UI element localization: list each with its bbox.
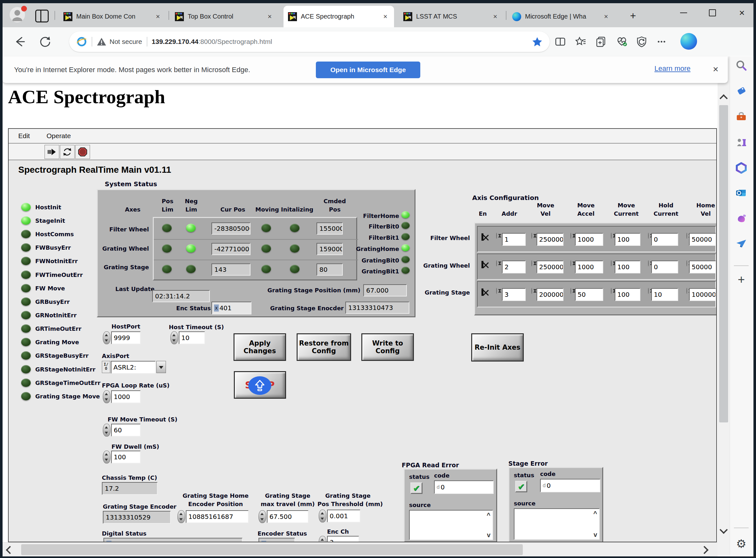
ie-mode-shield-icon[interactable] [636, 35, 648, 48]
tab-top-box-control[interactable]: Top Box Control [170, 6, 278, 27]
spinner[interactable] [496, 233, 497, 239]
tab-close-icon[interactable] [381, 12, 389, 21]
spinner[interactable] [496, 288, 497, 294]
url-text[interactable]: 139.229.170.44:8000/Spectrograph.html [152, 38, 532, 46]
spinner[interactable] [611, 233, 612, 239]
host-timeout-control[interactable]: 10 [170, 331, 205, 344]
scroll-right-icon[interactable] [700, 546, 708, 554]
spinner[interactable] [570, 260, 571, 267]
spinner[interactable] [496, 260, 497, 267]
tab-close-icon[interactable] [266, 12, 274, 21]
tab-ace-spectrograph[interactable]: ACE Spectrograph [284, 6, 394, 27]
spinner[interactable] [686, 288, 687, 294]
customize-sidebar-plus[interactable]: + [735, 273, 748, 286]
scroll-up-icon[interactable]: ^ [487, 512, 490, 517]
fw-dwell-control[interactable]: 100 [103, 451, 141, 463]
tools-icon[interactable] [735, 110, 748, 123]
home-vel-field[interactable]: 50000 [689, 233, 716, 246]
enable-checkbox[interactable] [482, 288, 483, 296]
move-accel-field[interactable]: 50 [575, 288, 603, 301]
addr-field[interactable]: 3 [502, 288, 526, 301]
shopping-icon[interactable] [735, 85, 748, 97]
favorites-icon[interactable] [575, 35, 587, 48]
image-creator-icon[interactable] [735, 212, 748, 225]
spinner[interactable] [570, 288, 571, 294]
spinner[interactable] [686, 233, 687, 239]
tab-microsoft-edge[interactable]: Microsoft Edge | Wha [508, 6, 615, 27]
vertical-scrollbar[interactable] [718, 56, 730, 555]
copilot-icon[interactable] [680, 33, 697, 50]
enable-checkbox[interactable] [482, 261, 483, 268]
more-menu-icon[interactable] [655, 35, 668, 48]
horizontal-scrollbar[interactable] [3, 542, 718, 557]
menu-edit[interactable]: Edit [18, 132, 30, 140]
restore-from-config-button[interactable]: Restore from Config [297, 333, 351, 361]
move-accel-field[interactable]: 1000 [575, 233, 603, 246]
spinner[interactable] [570, 233, 571, 239]
vertical-scrollbar-thumb[interactable] [719, 105, 728, 423]
learn-more-link[interactable]: Learn more [654, 65, 691, 73]
move-current-field[interactable]: 100 [615, 233, 640, 246]
search-icon[interactable] [735, 59, 748, 72]
move-vel-field[interactable]: 200000 [537, 288, 564, 301]
refresh-button[interactable] [38, 34, 53, 49]
source-field[interactable]: ^ v [409, 510, 493, 540]
spinner[interactable] [611, 260, 612, 267]
spinner[interactable] [648, 233, 649, 239]
move-vel-field[interactable]: 250000 [537, 233, 564, 246]
tab-close-icon[interactable] [154, 12, 162, 21]
code-field[interactable]: d 0 [434, 480, 494, 494]
move-current-field[interactable]: 100 [615, 260, 640, 273]
spinner[interactable] [319, 510, 326, 523]
microsoft-365-icon[interactable] [735, 161, 748, 174]
enc-ch-control[interactable]: 3 [319, 536, 359, 542]
address-bar[interactable]: Not secure 139.229.170.44:8000/Spectrogr… [69, 31, 550, 52]
horizontal-scrollbar-thumb[interactable] [21, 544, 523, 555]
bookmark-star-icon[interactable] [532, 36, 543, 47]
gs-max-travel-control[interactable]: 67.500 [259, 510, 308, 523]
gs-home-enc-control[interactable]: 10885161687 [178, 510, 249, 523]
abort-button[interactable] [75, 145, 90, 159]
radix-decimal[interactable]: d [543, 483, 546, 488]
new-tab-button[interactable] [627, 9, 640, 22]
radix-decimal[interactable]: d [437, 484, 440, 490]
minimize-button[interactable] [672, 3, 695, 22]
move-vel-field[interactable]: 250000 [537, 260, 564, 273]
scroll-down-icon[interactable]: v [594, 532, 597, 537]
close-button[interactable] [730, 3, 753, 22]
status-boolean[interactable]: ✔ [515, 481, 527, 492]
run-continuous-button[interactable] [60, 145, 75, 159]
dropdown-arrow-icon[interactable] [156, 361, 166, 373]
browser-essentials-icon[interactable] [616, 35, 628, 48]
settings-gear-icon[interactable]: ⚙ [735, 537, 748, 550]
addr-field[interactable]: 1 [502, 233, 526, 246]
menu-operate[interactable]: Operate [47, 132, 71, 140]
tab-main-box-dome[interactable]: Main Box Dome Con [59, 6, 167, 27]
spinner[interactable] [686, 260, 687, 267]
scroll-down-icon[interactable] [720, 526, 728, 534]
banner-close-icon[interactable] [709, 62, 723, 76]
scroll-down-icon[interactable]: v [487, 532, 490, 537]
home-vel-field[interactable]: 100000 [689, 288, 716, 301]
tab-close-icon[interactable] [491, 12, 500, 21]
spinner[interactable] [103, 424, 110, 436]
gs-pos-threshold-control[interactable]: 0.001 [319, 510, 360, 523]
spinner[interactable] [648, 260, 649, 267]
spinner[interactable] [648, 288, 649, 294]
source-field[interactable]: ^ v [514, 508, 600, 540]
move-accel-field[interactable]: 1000 [575, 260, 603, 273]
open-in-edge-button[interactable]: Open in Microsoft Edge [316, 61, 420, 78]
scroll-up-icon[interactable]: ^ [593, 511, 597, 516]
tab-lsst-at-mcs[interactable]: LSST AT MCS [399, 6, 504, 27]
move-current-field[interactable]: 100 [615, 288, 640, 301]
maximize-button[interactable] [701, 3, 724, 22]
spinner[interactable] [532, 233, 532, 239]
write-to-config-button[interactable]: Write to Config [361, 333, 414, 361]
status-boolean[interactable]: ✔ [410, 482, 423, 494]
hold-current-field[interactable]: 0 [651, 260, 678, 273]
spinner[interactable] [103, 390, 110, 403]
reinit-axes-button[interactable]: Re-Init Axes [471, 333, 524, 361]
run-button[interactable] [45, 145, 59, 159]
spinner[interactable] [178, 510, 185, 523]
collections-icon[interactable] [595, 35, 608, 48]
